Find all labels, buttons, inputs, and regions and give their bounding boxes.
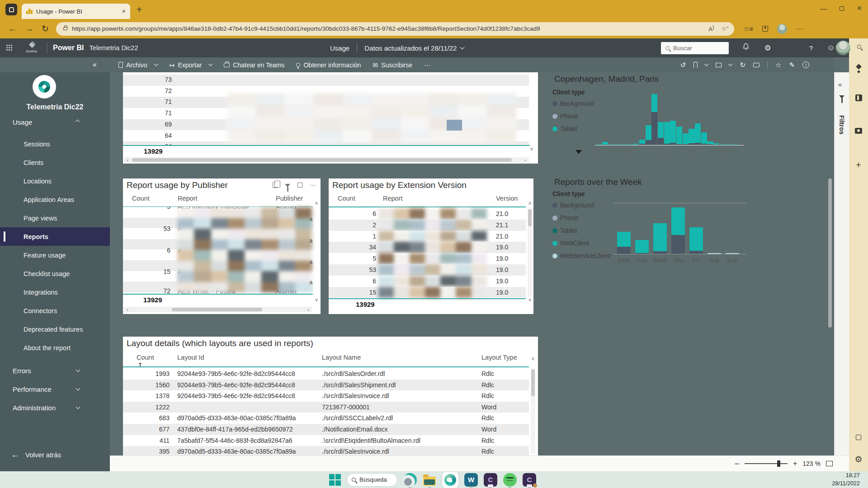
data-updated-label[interactable]: Datos actualizados el 28/11/22 xyxy=(364,44,457,52)
scroll-right-icon[interactable]: › xyxy=(522,158,529,163)
sidebar-section-errors[interactable]: Errors xyxy=(0,361,110,380)
bookmarks-icon[interactable] xyxy=(693,62,708,68)
sort-descending-icon[interactable] xyxy=(139,363,142,365)
address-bar[interactable]: https://app.powerbi.com/groups/me/apps/8… xyxy=(56,22,734,36)
scroll-up-icon[interactable]: ∧ xyxy=(531,356,535,361)
help-icon[interactable]: ? xyxy=(806,44,816,52)
column-header-layout-name[interactable]: Layout Name xyxy=(322,354,361,361)
focus-mode-icon[interactable] xyxy=(297,183,302,188)
edge-browser-icon[interactable] xyxy=(442,472,458,488)
layout-details-table[interactable]: Layout details (which layouts are used i… xyxy=(123,337,538,455)
reports-over-week-chart[interactable]: Reports over the Week Client type Backgr… xyxy=(551,175,811,271)
sidebar-item-page-views[interactable]: Page views xyxy=(0,209,110,227)
scroll-right-icon[interactable]: › xyxy=(305,307,312,312)
zoom-out-icon[interactable]: – xyxy=(735,459,739,468)
filters-panel-collapsed[interactable]: « Filtros xyxy=(834,72,849,455)
column-header-layout-type[interactable]: Layout Type xyxy=(481,354,517,361)
settings-gear-icon[interactable]: ⚙ xyxy=(762,43,773,53)
powerbi-brand[interactable]: Power BI xyxy=(53,44,84,52)
column-header-count[interactable]: Count xyxy=(137,354,154,361)
workspace-name[interactable]: Telemetria Dic22 xyxy=(89,44,138,52)
horizontal-scrollbar[interactable]: ‹ › xyxy=(124,157,529,163)
subscribe-button[interactable]: ✉Suscribirse xyxy=(373,61,412,69)
column-header-publisher[interactable]: Publisher xyxy=(276,195,303,202)
chevron-down-icon[interactable] xyxy=(460,45,465,49)
column-header-version[interactable]: Version xyxy=(496,195,518,202)
purple-app-2-icon[interactable]: C xyxy=(523,473,536,487)
filter-icon[interactable] xyxy=(285,184,290,187)
back-icon[interactable]: ← xyxy=(8,24,17,34)
favorite-star-icon[interactable]: ☆+ xyxy=(722,25,729,32)
scroll-up-icon[interactable]: ∧ xyxy=(315,200,318,206)
info-icon[interactable]: i xyxy=(802,61,809,68)
add-sidebar-item-icon[interactable]: + xyxy=(849,160,868,170)
read-aloud-icon[interactable]: A) xyxy=(708,24,714,33)
favorites-bar-icon[interactable]: ☆≡ xyxy=(743,25,753,33)
sidebar-item-feature-usage[interactable]: Feature usage xyxy=(0,246,110,264)
collections-icon[interactable] xyxy=(762,26,768,32)
refresh-icon[interactable]: ↻ xyxy=(42,23,49,34)
zoom-slider[interactable] xyxy=(745,463,788,464)
publisher-table[interactable]: ⋯ Report usage by Publisher CountReportP… xyxy=(123,178,321,314)
get-insights-button[interactable]: Obtener información xyxy=(296,61,361,69)
vertical-scrollbar[interactable] xyxy=(531,368,535,454)
toolbar-more-button[interactable]: ⋯ xyxy=(424,61,430,69)
page-scrollbar[interactable] xyxy=(828,178,832,328)
column-header-report[interactable]: Report xyxy=(178,195,198,202)
sidebar-settings-gear-icon[interactable]: ⚙ xyxy=(849,454,868,465)
column-header-count[interactable]: Count xyxy=(132,195,150,202)
file-explorer-icon[interactable] xyxy=(423,473,436,487)
zoom-in-icon[interactable]: + xyxy=(793,460,797,468)
column-header-layout-id[interactable]: Layout Id xyxy=(177,354,204,361)
extension-version-table[interactable]: Report usage by Extension Version CountR… xyxy=(329,178,533,314)
scroll-down-icon[interactable]: ∨ xyxy=(530,146,533,152)
feedback-smiley-icon[interactable]: ☺ xyxy=(826,43,836,52)
horizontal-scrollbar[interactable]: ‹ › xyxy=(124,307,312,312)
fit-to-page-icon[interactable] xyxy=(826,461,833,466)
browser-tab[interactable]: Usage - Power BI × xyxy=(22,4,130,19)
sidebar-item-clients[interactable]: Clients xyxy=(0,153,110,172)
chat-in-teams-button[interactable]: Chatear en Teams xyxy=(224,61,284,69)
column-header-count[interactable]: Count xyxy=(338,195,355,202)
scroll-left-icon[interactable]: ‹ xyxy=(124,307,131,312)
header-avatar[interactable] xyxy=(836,41,850,55)
window-maximize-button[interactable] xyxy=(840,6,844,11)
more-options-icon[interactable]: ⋯ xyxy=(310,181,316,188)
nav-section-usage[interactable]: Usage xyxy=(13,118,32,126)
sidebar-item-integrations[interactable]: Integrations xyxy=(0,283,110,301)
word-icon[interactable]: W xyxy=(464,473,478,487)
taskbar-search[interactable]: Búsqueda xyxy=(347,473,397,487)
sidebar-item-sessions[interactable]: Sessions xyxy=(0,135,110,153)
sidebar-item-deprecated-features[interactable]: Deprecated features xyxy=(0,320,110,338)
highlighted-cell[interactable] xyxy=(447,120,462,131)
copy-icon[interactable] xyxy=(273,182,278,188)
undo-icon[interactable]: ↺ xyxy=(680,61,686,69)
sidebar-item-application-areas[interactable]: Application Areas xyxy=(0,190,110,209)
scroll-up-icon[interactable]: ∧ xyxy=(528,200,532,206)
new-tab-button[interactable]: + xyxy=(137,5,142,15)
screenshot-icon[interactable] xyxy=(849,127,868,136)
notifications-bell-icon[interactable] xyxy=(741,43,751,53)
start-button-icon[interactable] xyxy=(329,474,341,486)
sidebar-pane-icon[interactable] xyxy=(849,433,868,442)
refresh-visual-icon[interactable]: ↻ xyxy=(740,61,745,69)
scroll-left-icon[interactable]: ‹ xyxy=(124,158,131,163)
sidebar-item-about-the-report[interactable]: About the report xyxy=(0,338,110,357)
column-header-report[interactable]: Report xyxy=(383,195,403,202)
scroll-down-icon[interactable]: ∨ xyxy=(315,297,318,303)
top-count-table[interactable]: 73727171696464 13929 ∨ ‹ › xyxy=(123,72,538,164)
back-button[interactable]: ← Volver atrás xyxy=(11,450,61,460)
copilot-sparkle-icon[interactable] xyxy=(849,62,868,71)
sidebar-search-icon[interactable] xyxy=(849,42,868,51)
scroll-down-icon[interactable]: ∨ xyxy=(528,297,532,303)
sidebar-item-reports[interactable]: Reports xyxy=(0,227,110,246)
sidebar-item-checklist-usage[interactable]: Checklist usage xyxy=(0,264,110,283)
forward-icon[interactable]: → xyxy=(25,24,33,34)
expand-filters-icon[interactable]: « xyxy=(838,80,841,88)
vertical-scrollbar[interactable] xyxy=(528,208,532,297)
comments-icon[interactable] xyxy=(753,63,760,67)
purple-app-icon[interactable]: C xyxy=(484,473,497,487)
window-minimize-button[interactable]: — xyxy=(820,5,827,12)
browser-profile-avatar[interactable] xyxy=(777,24,787,34)
sidebar-item-connectors[interactable]: Connectors xyxy=(0,301,110,320)
